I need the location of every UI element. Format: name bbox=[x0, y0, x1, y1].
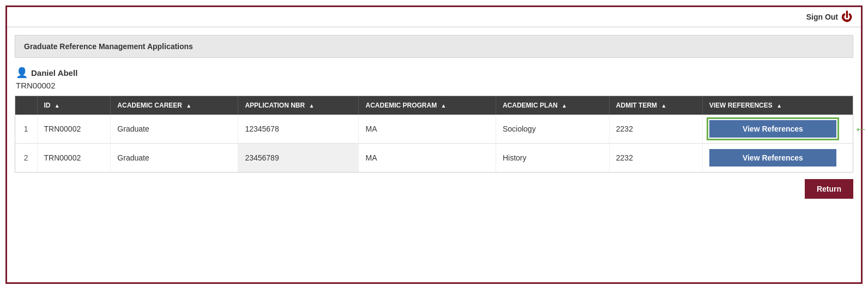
th-id[interactable]: ID ▲ bbox=[37, 96, 111, 115]
th-academic-career[interactable]: ACADEMIC CAREER ▲ bbox=[111, 96, 238, 115]
cell-application-nbr: 12345678 bbox=[238, 115, 359, 144]
view-references-button-1[interactable]: View References bbox=[709, 120, 836, 138]
th-academic-plan[interactable]: ACADEMIC PLAN ▲ bbox=[496, 96, 609, 115]
green-arrow-icon: ← bbox=[854, 121, 868, 138]
sort-arrow-appnbr: ▲ bbox=[309, 103, 314, 109]
return-button[interactable]: Return bbox=[805, 179, 853, 199]
table-header-row: ID ▲ ACADEMIC CAREER ▲ APPLICATION NBR ▲… bbox=[15, 96, 853, 115]
cell-row-num: 1 bbox=[15, 115, 37, 144]
th-view-references[interactable]: VIEW REFERENCES ▲ bbox=[702, 96, 853, 115]
record-id-value: TRN00002 bbox=[16, 81, 56, 90]
table-row: 1TRN00002Graduate12345678MASociology2232… bbox=[15, 115, 853, 144]
sign-out-area[interactable]: Sign Out ⏻ bbox=[806, 11, 852, 22]
cell-admit-term: 2232 bbox=[609, 144, 702, 173]
th-application-nbr[interactable]: APPLICATION NBR ▲ bbox=[238, 96, 359, 115]
user-section: 👤 Daniel Abell bbox=[7, 63, 861, 80]
applications-table: ID ▲ ACADEMIC CAREER ▲ APPLICATION NBR ▲… bbox=[15, 96, 853, 172]
cell-academic-plan: Sociology bbox=[496, 115, 609, 144]
th-academic-program[interactable]: ACADEMIC PROGRAM ▲ bbox=[359, 96, 496, 115]
power-icon: ⏻ bbox=[841, 11, 852, 22]
cell-view-references: View References← bbox=[702, 115, 853, 144]
user-name: Daniel Abell bbox=[31, 68, 77, 78]
cell-academic-plan: History bbox=[496, 144, 609, 173]
main-container: Sign Out ⏻ Graduate Reference Management… bbox=[5, 5, 863, 284]
cell-academic-program: MA bbox=[359, 115, 496, 144]
sort-arrow-id: ▲ bbox=[55, 103, 60, 109]
view-references-button-2[interactable]: View References bbox=[709, 149, 836, 167]
th-row-num bbox=[15, 96, 37, 115]
table-container: ID ▲ ACADEMIC CAREER ▲ APPLICATION NBR ▲… bbox=[15, 96, 853, 173]
cell-admit-term: 2232 bbox=[609, 115, 702, 144]
app-title: Graduate Reference Management Applicatio… bbox=[24, 42, 193, 51]
sort-arrow-plan: ▲ bbox=[562, 103, 567, 109]
cell-academic-career: Graduate bbox=[111, 115, 238, 144]
sign-out-label: Sign Out bbox=[806, 13, 838, 21]
sort-arrow-refs: ▲ bbox=[776, 103, 782, 109]
return-btn-row: Return bbox=[7, 173, 861, 205]
app-title-bar: Graduate Reference Management Applicatio… bbox=[15, 35, 853, 58]
cell-id: TRN00002 bbox=[37, 115, 111, 144]
cell-id: TRN00002 bbox=[37, 144, 111, 173]
cell-row-num: 2 bbox=[15, 144, 37, 173]
header-bar: Sign Out ⏻ bbox=[7, 7, 861, 27]
th-admit-term[interactable]: ADMIT TERM ▲ bbox=[609, 96, 702, 115]
sort-arrow-term: ▲ bbox=[661, 103, 666, 109]
cell-academic-career: Graduate bbox=[111, 144, 238, 173]
record-id: TRN00002 bbox=[7, 80, 861, 96]
user-icon: 👤 bbox=[16, 67, 28, 79]
sort-arrow-career: ▲ bbox=[186, 103, 191, 109]
cell-academic-program: MA bbox=[359, 144, 496, 173]
cell-view-references: View References bbox=[702, 144, 853, 173]
sort-arrow-program: ▲ bbox=[441, 103, 446, 109]
cell-application-nbr: 23456789 bbox=[238, 144, 359, 173]
table-row: 2TRN00002Graduate23456789MAHistory2232Vi… bbox=[15, 144, 853, 173]
